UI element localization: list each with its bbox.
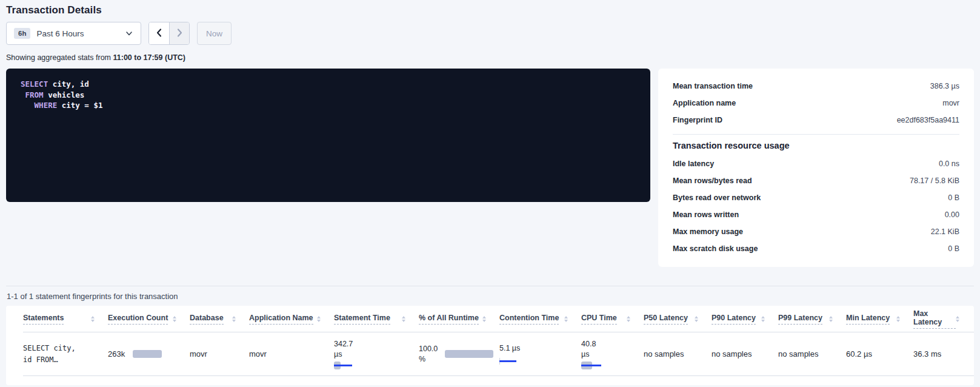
next-time-button[interactable] (169, 22, 189, 44)
column-label: Contention Time (499, 314, 559, 325)
section-divider (6, 286, 974, 286)
column-header-max-latency[interactable]: Max Latency (913, 309, 973, 329)
resource-row-mean-rows-written: Mean rows written 0.00 (673, 206, 959, 223)
cell-p50-latency: no samples (644, 349, 712, 358)
runtime-value: 100.0 (419, 344, 438, 354)
transaction-summary-card: Mean transaction time 386.3 µs Applicati… (658, 69, 974, 267)
sort-icon (896, 316, 900, 322)
cpu-bar-line (581, 365, 601, 366)
resource-row-bytes-read-over-network: Bytes read over network 0 B (673, 189, 959, 206)
statements-count-caption: 1-1 of 1 statement fingerprints for this… (6, 292, 974, 301)
column-header-p99-latency[interactable]: P99 Latency (778, 314, 846, 325)
column-header-application-name[interactable]: Application Name (249, 314, 334, 325)
sort-icon (482, 316, 486, 322)
sql-keyword: SELECT (21, 79, 48, 89)
cell-cpu-time: 40.8 µs (581, 339, 644, 369)
sql-text: city = $1 (57, 101, 102, 110)
runtime-unit: % (419, 354, 438, 365)
runtime-bar (445, 350, 493, 358)
resource-value: 78.17 / 5.8 KiB (910, 177, 959, 185)
sql-line: WHERE city = $1 (21, 100, 636, 111)
column-header-statements[interactable]: Statements (23, 314, 108, 325)
statement-time-bar-line (334, 365, 352, 366)
sql-text: city, id (48, 79, 89, 89)
resource-label: Max scratch disk usage (673, 244, 758, 253)
chevron-down-icon (125, 29, 133, 38)
time-range-label: Past 6 Hours (36, 29, 84, 38)
prev-time-button[interactable] (149, 22, 169, 44)
resource-label: Idle latency (673, 160, 714, 168)
contention-time-value: 5.1 µs (499, 343, 581, 354)
now-button[interactable]: Now (197, 22, 232, 45)
sort-icon (627, 316, 630, 322)
column-header-min-latency[interactable]: Min Latency (846, 314, 913, 325)
main-panels: SELECT city, id FROM vehicles WHERE city… (6, 69, 974, 267)
column-label: Execution Count (108, 314, 168, 325)
summary-label: Fingerprint ID (673, 116, 722, 124)
column-header-database[interactable]: Database (190, 314, 249, 325)
cell-statement-time: 342.7 µs (334, 339, 419, 369)
chevron-left-icon (155, 28, 164, 39)
sql-line: SELECT city, id (21, 79, 636, 90)
time-step-buttons (148, 22, 190, 45)
cpu-time-bar (581, 362, 605, 369)
summary-divider (673, 134, 959, 135)
column-label: Database (190, 314, 224, 325)
summary-row-fingerprint-id: Fingerprint ID ee2df683f5aa9411 (673, 112, 959, 129)
sort-icon (402, 316, 405, 322)
statement-time-unit: µs (334, 349, 419, 360)
chevron-right-icon (175, 28, 184, 39)
sort-icon (564, 316, 568, 322)
resource-label: Mean rows/bytes read (673, 177, 752, 185)
summary-value: 386.3 µs (930, 82, 959, 90)
column-header-contention-time[interactable]: Contention Time (499, 314, 581, 325)
cell-execution-count: 263k (108, 349, 190, 358)
statement-text-line1: SELECT city, (23, 343, 108, 354)
column-header-runtime-pct[interactable]: % of All Runtime (419, 314, 499, 325)
column-label: P90 Latency (712, 314, 756, 325)
sort-icon (695, 316, 698, 322)
summary-label: Mean transaction time (673, 82, 753, 90)
sort-icon (232, 316, 236, 322)
resource-value: 0 B (948, 244, 959, 253)
cell-statement[interactable]: SELECT city, id FROM… (23, 343, 108, 366)
resource-usage-heading: Transaction resource usage (673, 141, 959, 150)
transaction-details-page: Transaction Details 6h Past 6 Hours Now (0, 0, 980, 385)
resource-value: 0.00 (945, 210, 959, 219)
time-range-badge: 6h (14, 28, 30, 39)
statements-table: Statements Execution Count Database Appl… (6, 306, 974, 385)
column-label: CPU Time (581, 314, 617, 325)
resource-value: 0 B (948, 194, 959, 202)
time-controls: 6h Past 6 Hours Now (6, 22, 974, 45)
cell-application-name: movr (249, 349, 334, 358)
contention-bar-line (499, 360, 516, 362)
column-label: Min Latency (846, 314, 890, 325)
column-header-cpu-time[interactable]: CPU Time (581, 314, 644, 325)
column-label: P50 Latency (644, 314, 688, 325)
column-label: Max Latency (913, 309, 956, 329)
column-label: Statements (23, 314, 64, 325)
caption-range: 11:00 to 17:59 (UTC) (113, 53, 185, 62)
sort-icon (317, 316, 321, 322)
execution-count-bar (133, 350, 162, 358)
sort-icon (956, 316, 959, 322)
summary-value: ee2df683f5aa9411 (897, 116, 959, 124)
page-title: Transaction Details (6, 0, 974, 16)
column-header-execution-count[interactable]: Execution Count (108, 314, 190, 325)
cell-max-latency: 36.3 ms (913, 349, 973, 358)
column-header-p90-latency[interactable]: P90 Latency (712, 314, 778, 325)
sort-icon (173, 316, 176, 322)
column-label: Application Name (249, 314, 313, 325)
cell-p99-latency: no samples (778, 349, 846, 358)
statement-text-line2: id FROM… (23, 354, 108, 366)
column-header-statement-time[interactable]: Statement Time (334, 314, 419, 325)
resource-row-mean-rows-bytes-read: Mean rows/bytes read 78.17 / 5.8 KiB (673, 172, 959, 189)
statement-time-bar (334, 362, 358, 369)
table-row: SELECT city, id FROM… 263k movr movr 342… (23, 332, 974, 376)
resource-row-idle-latency: Idle latency 0.0 ns (673, 155, 959, 172)
column-header-p50-latency[interactable]: P50 Latency (644, 314, 712, 325)
summary-row-application-name: Application name movr (673, 95, 959, 112)
cell-contention-time: 5.1 µs (499, 343, 581, 365)
time-range-dropdown[interactable]: 6h Past 6 Hours (6, 22, 141, 45)
sql-text: vehicles (44, 90, 85, 99)
